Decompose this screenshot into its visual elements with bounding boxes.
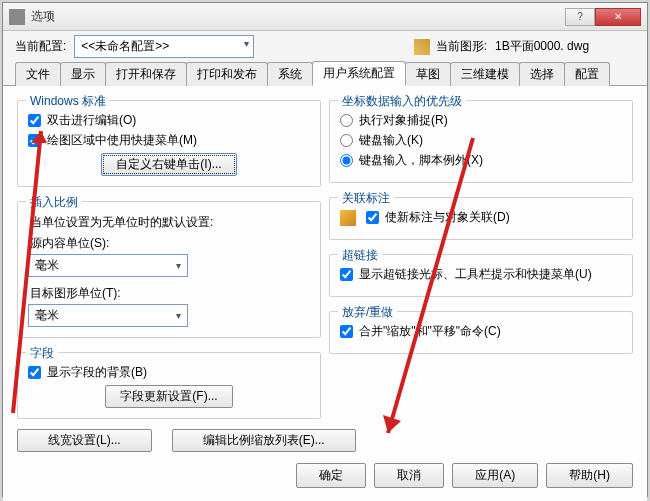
btn-field-update[interactable]: 字段更新设置(F)... [105,385,232,408]
chevron-down-icon: ▾ [176,260,181,271]
bottom-button-row: 线宽设置(L)... 编辑比例缩放列表(E)... [17,429,633,452]
tab-selection[interactable]: 选择 [519,62,565,86]
tab-opensave[interactable]: 打开和保存 [105,62,187,86]
current-drawing-label: 当前图形: [436,38,487,55]
group-fields: 字段 显示字段的背景(B) 字段更新设置(F)... [17,352,321,419]
current-config-label: 当前配置: [15,38,66,55]
dim-icon [340,210,356,226]
radio-osnap[interactable] [340,114,353,127]
dialog-buttons: 确定 取消 应用(A) 帮助(H) [296,463,633,488]
chk-hyperlink[interactable] [340,268,353,281]
group-title: 字段 [26,345,58,362]
current-drawing-value: 1B平面0000. dwg [495,38,635,55]
app-icon [9,9,25,25]
chevron-down-icon: ▾ [176,310,181,321]
tab-3d[interactable]: 三维建模 [450,62,520,86]
left-column: Windows 标准 双击进行编辑(O) 绘图区域中使用快捷菜单(M) 自定义右… [17,92,321,461]
group-undoredo: 放弃/重做 合并"缩放"和"平移"命令(C) [329,311,633,354]
chk-assoc-dim[interactable] [366,211,379,224]
tab-userprefs[interactable]: 用户系统配置 [312,61,406,86]
tab-file[interactable]: 文件 [15,62,61,86]
btn-scale-list[interactable]: 编辑比例缩放列表(E)... [172,429,356,452]
btn-ok[interactable]: 确定 [296,463,366,488]
chk-field-background[interactable] [28,366,41,379]
chk-combine-zoom-pan[interactable] [340,325,353,338]
group-title: 超链接 [338,247,382,264]
btn-help[interactable]: 帮助(H) [546,463,633,488]
radio-keyboard-except[interactable] [340,154,353,167]
close-button[interactable]: ✕ [595,8,641,26]
tab-profiles[interactable]: 配置 [564,62,610,86]
right-column: 坐标数据输入的优先级 执行对象捕捉(R) 键盘输入(K) 键盘输入，脚本例外(X… [329,92,633,461]
btn-cancel[interactable]: 取消 [374,463,444,488]
source-units-select[interactable]: 毫米▾ [28,254,188,277]
btn-rightclick-custom[interactable]: 自定义右键单击(I)... [101,153,236,176]
target-units-label: 目标图形单位(T): [30,285,310,302]
group-title: Windows 标准 [26,93,110,110]
window-title: 选项 [31,8,565,25]
group-insert-scale: 插入比例 当单位设置为无单位时的默认设置: 源内容单位(S): 毫米▾ 目标图形… [17,201,321,338]
group-windows-standard: Windows 标准 双击进行编辑(O) 绘图区域中使用快捷菜单(M) 自定义右… [17,100,321,187]
btn-apply[interactable]: 应用(A) [452,463,538,488]
tab-drafting[interactable]: 草图 [405,62,451,86]
chk-dblclick-edit[interactable] [28,114,41,127]
tab-system[interactable]: 系统 [267,62,313,86]
group-coord-priority: 坐标数据输入的优先级 执行对象捕捉(R) 键盘输入(K) 键盘输入，脚本例外(X… [329,100,633,183]
tab-plot[interactable]: 打印和发布 [186,62,268,86]
drawing-icon [414,39,430,55]
radio-keyboard[interactable] [340,134,353,147]
insert-scale-desc: 当单位设置为无单位时的默认设置: [30,214,310,231]
source-units-label: 源内容单位(S): [30,235,310,252]
group-title: 关联标注 [338,190,394,207]
tab-strip: 文件 显示 打开和保存 打印和发布 系统 用户系统配置 草图 三维建模 选择 配… [3,60,647,86]
options-dialog: 选项 ? ✕ 当前配置: <<未命名配置>> 当前图形: 1B平面0000. d… [2,2,648,497]
group-title: 放弃/重做 [338,304,397,321]
titlebar: 选项 ? ✕ [3,3,647,31]
help-button[interactable]: ? [565,8,595,26]
window-buttons: ? ✕ [565,8,641,26]
group-hyperlink: 超链接 显示超链接光标、工具栏提示和快捷菜单(U) [329,254,633,297]
target-units-select[interactable]: 毫米▾ [28,304,188,327]
tab-display[interactable]: 显示 [60,62,106,86]
group-assoc-dim: 关联标注 使新标注与对象关联(D) [329,197,633,240]
btn-lineweight[interactable]: 线宽设置(L)... [17,429,152,452]
group-title: 插入比例 [26,194,82,211]
chk-shortcut-menu[interactable] [28,134,41,147]
current-config-combo[interactable]: <<未命名配置>> [74,35,254,58]
config-row: 当前配置: <<未命名配置>> 当前图形: 1B平面0000. dwg [3,31,647,60]
group-title: 坐标数据输入的优先级 [338,93,466,110]
